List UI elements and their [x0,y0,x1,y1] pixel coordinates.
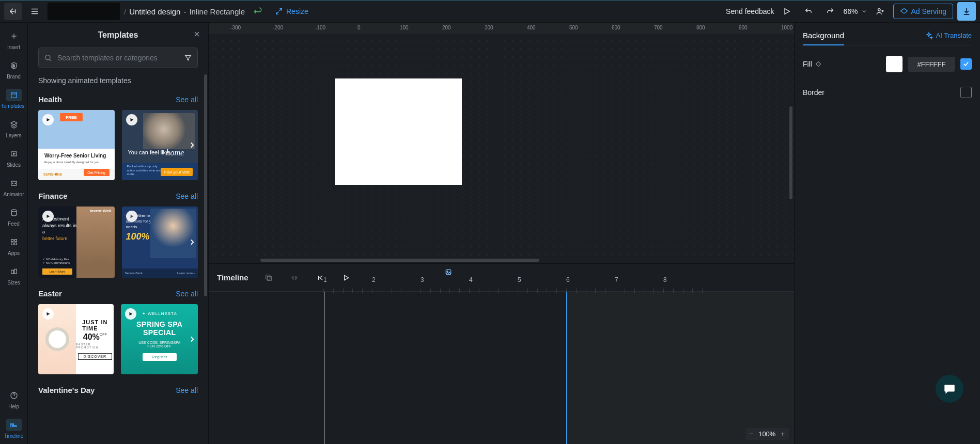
breadcrumb-slash: / [124,7,126,16]
timeline-tick: 5 [518,276,566,290]
back-button[interactable] [4,3,22,20]
rail-apps[interactable]: Apps [0,233,28,261]
chat-fab[interactable] [936,375,963,403]
sync-icon[interactable] [249,3,267,20]
undo-button[interactable] [800,3,817,20]
rail-help[interactable]: Help [0,386,28,415]
template-card[interactable]: JUST IN TIME 40%OFF EASTER PROMOTION DIS… [38,304,114,374]
breadcrumb-sep: - [183,7,186,16]
redo-button[interactable] [821,3,839,20]
rail-insert-label: Insert [7,44,20,50]
scroll-right-button[interactable] [185,235,199,249]
timeline-ruler[interactable]: 12345678 [323,276,794,290]
timeline-tick: 6 [566,276,615,290]
rail-timeline-label: Timeline [4,433,23,439]
scroll-right-button[interactable] [185,138,199,152]
cat-finance-seeall[interactable]: See all [176,192,198,200]
rail-layers-label: Layers [6,133,21,138]
rail-apps-label: Apps [8,250,20,256]
cat-easter-name: Easter [38,289,62,298]
ad-serving-button[interactable]: Ad Serving [893,4,953,19]
fill-color-swatch[interactable] [886,56,903,72]
download-button[interactable] [957,2,976,21]
close-panel-button[interactable] [193,30,201,38]
canvas[interactable] [209,34,794,263]
timeline-zoom-out[interactable]: − [750,430,754,438]
cat-valentines-seeall[interactable]: See all [176,386,198,394]
tab-background[interactable]: Background [803,31,844,40]
card-cta: Register [143,353,177,361]
preview-play-button[interactable] [778,3,796,20]
svg-rect-19 [266,275,270,279]
breadcrumb[interactable]: / Untitled design - Inline Rectangle [124,7,245,16]
templates-body: Showing animated templates Health See al… [28,47,208,444]
fill-visible-checkbox[interactable] [960,58,972,70]
resize-button[interactable]: Resize [275,7,308,15]
timeline-playhead-line[interactable] [324,292,324,444]
play-icon [125,308,136,320]
rail-timeline[interactable]: Timeline [0,416,28,444]
search-input[interactable] [57,54,179,62]
share-button[interactable] [872,3,889,20]
topbar: / Untitled design - Inline Rectangle Res… [0,0,980,23]
template-card[interactable]: FREE Worry-Free Senior Living Enjoy a pl… [38,110,115,180]
border-visible-checkbox[interactable] [960,87,972,98]
rail-animator-label: Animator [3,192,24,197]
ruler-tick: 200 [442,25,451,30]
rail-feed[interactable]: Feed [0,203,28,232]
svg-point-6 [15,183,15,183]
cat-valentines-name: Valentine's Day [38,386,95,394]
timeline-marker-line[interactable] [566,292,567,444]
timeline-zoom-in[interactable]: + [781,430,785,438]
brand-logo [48,3,120,20]
ai-translate-button[interactable]: AI Translate [925,31,972,40]
card-text: A investment always results in abetter f… [42,216,79,242]
canvas-h-scrollbar[interactable] [260,259,539,262]
rail-layers[interactable]: Layers [0,115,28,144]
ruler-tick: 300 [485,25,493,30]
ai-translate-label: AI Translate [936,31,972,39]
rail-insert[interactable]: Insert [0,27,28,55]
template-card[interactable]: A investment always results in abetter f… [38,207,115,278]
svg-point-0 [878,9,880,11]
svg-rect-10 [11,243,13,245]
rail-brand[interactable]: B Brand [0,56,28,85]
ruler-tick: 600 [612,25,620,30]
card-logo: ✦ WELLNESTA [142,311,177,316]
timeline-shade [566,292,794,444]
category-finance: Finance See all A investment always resu… [38,192,198,278]
card-cta: Plan your visit [161,168,193,176]
rail-sizes[interactable]: Sizes [0,262,28,291]
rail-templates[interactable]: Templates [0,86,28,114]
canvas-v-scrollbar[interactable] [789,106,792,199]
templates-header: Templates [28,23,208,47]
card-text: JUST IN TIME 40%OFF EASTER PROMOTION DIS… [76,304,114,374]
zoom-dropdown[interactable]: 66% [843,7,867,15]
rail-slides[interactable]: Slides [0,145,28,173]
artboard[interactable] [335,78,462,185]
timeline-split-button[interactable] [286,269,303,287]
resize-label: Resize [286,7,308,15]
filter-icon[interactable] [184,54,192,62]
timeline-keyframe-icon[interactable] [444,268,453,276]
rail-feed-label: Feed [8,221,20,227]
menu-button[interactable] [26,3,43,20]
cat-health-seeall[interactable]: See all [176,96,198,104]
showing-text: Showing animated templates [38,76,198,85]
scroll-right-button[interactable] [185,332,199,346]
cat-easter-seeall[interactable]: See all [176,290,198,298]
rail-animator[interactable]: Animator [0,174,28,202]
timeline-body[interactable]: − 100% + [209,292,794,444]
send-feedback-link[interactable]: Send feedback [726,7,774,15]
timeline-zoom-value: 100% [758,430,775,438]
card-title: Worry-Free Senior Living [44,153,106,158]
play-icon [126,114,137,125]
design-subtitle: Inline Rectangle [189,7,245,16]
timeline-tick: 3 [421,276,469,290]
fill-hex-input[interactable]: #FFFFFF [908,57,955,72]
svg-rect-2 [11,92,17,98]
panel-scrollbar[interactable] [204,74,207,296]
timeline-zoom: − 100% + [745,428,789,440]
timeline-copy-button[interactable] [260,269,277,287]
zoom-value: 66% [843,7,858,15]
